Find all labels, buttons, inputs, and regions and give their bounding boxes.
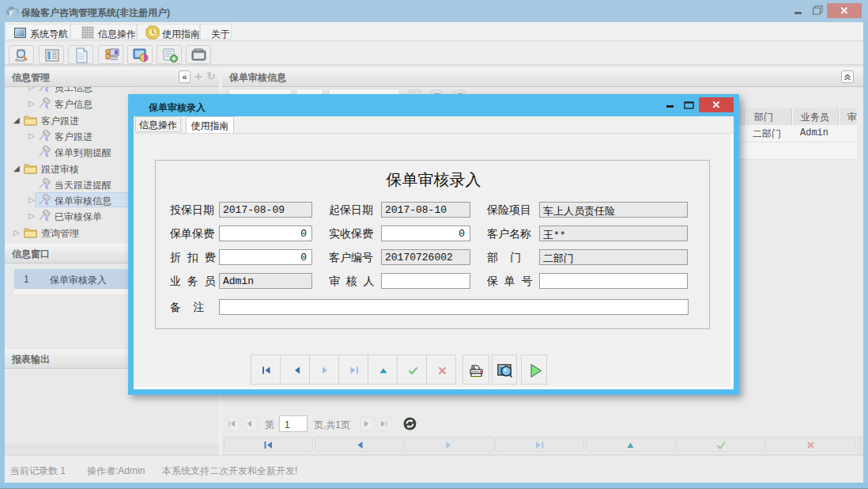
svg-text:y: y: [7, 6, 13, 17]
